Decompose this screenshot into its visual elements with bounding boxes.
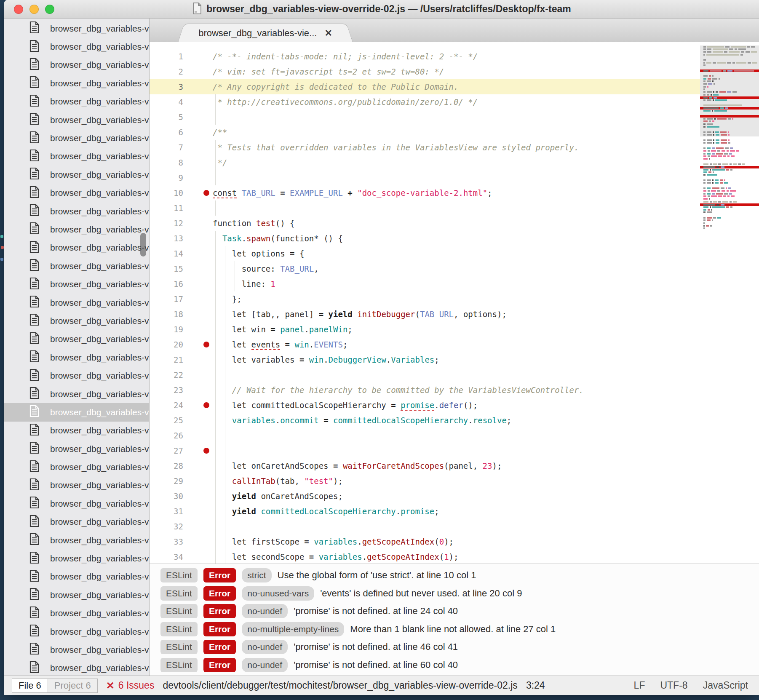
sidebar-file-item[interactable]: browser_dbg_variables-view- [4, 147, 149, 166]
code-line[interactable]: 12function test() { [150, 216, 700, 231]
code-line[interactable]: 10const TAB_URL = EXAMPLE_URL + "doc_sco… [150, 185, 700, 200]
sidebar-file-item[interactable]: browser_dbg_variables-view- [4, 623, 149, 641]
sidebar-file-item[interactable]: browser_dbg_variables-view- [4, 348, 149, 366]
sidebar-file-item[interactable]: browser_dbg_variables-view- [4, 220, 149, 238]
code-line[interactable]: 27 [150, 443, 700, 458]
sidebar-file-item[interactable]: browser_dbg_variables-view- [4, 476, 149, 494]
code-line[interactable]: 20 let events = win.EVENTS; [150, 337, 700, 352]
sidebar-file-item[interactable]: browser_dbg_variables-view- [4, 513, 149, 531]
sidebar-file-item[interactable]: browser_dbg_variables-view- [4, 604, 149, 623]
sidebar-file-item[interactable]: browser_dbg_variables-view- [4, 330, 149, 348]
sidebar-file-item[interactable]: browser_dbg_variables-view- [4, 19, 149, 37]
sidebar-file-item[interactable]: browser_dbg_variables-view- [4, 458, 149, 476]
code-editor[interactable]: 1/* -*- indent-tabs-mode: nil; js-indent… [150, 42, 759, 564]
code-line[interactable]: 6/** [150, 125, 700, 140]
project-issues-tab[interactable]: Project 6 [48, 679, 98, 693]
sidebar-file-item[interactable]: browser_dbg_variables-view- [4, 422, 149, 440]
lint-issue-row[interactable]: ESLintErrorstrictUse the global form of … [150, 566, 759, 585]
sidebar-scrollbar[interactable] [140, 233, 146, 256]
sidebar-file-item[interactable]: browser_dbg_variables-view- [4, 184, 149, 202]
sidebar-file-item[interactable]: browser_dbg_variables-view- [4, 494, 149, 513]
code-line[interactable]: 1/* -*- indent-tabs-mode: nil; js-indent… [150, 49, 700, 64]
minimize-window-button[interactable] [29, 5, 39, 14]
lint-issue-row[interactable]: ESLintErrorno-undef'promise' is not defi… [150, 656, 759, 674]
code-line[interactable]: 32 [150, 519, 700, 534]
zoom-window-button[interactable] [45, 5, 54, 14]
lint-issue-row[interactable]: ESLintErrorno-undef'promise' is not defi… [150, 638, 759, 656]
sidebar-file-item[interactable]: browser_dbg_variables-view- [4, 568, 149, 586]
code-line[interactable]: 17 }; [150, 291, 700, 307]
sidebar-file-item[interactable]: browser_dbg_variables-view- [4, 111, 149, 129]
code-pane[interactable]: 1/* -*- indent-tabs-mode: nil; js-indent… [150, 42, 700, 564]
minimap-row [700, 190, 759, 192]
code-line[interactable]: 34 let secondScope = variables.getScopeA… [150, 549, 700, 564]
lint-issue-row[interactable]: ESLintErrorno-unused-vars'events' is def… [150, 585, 759, 603]
sidebar-file-item[interactable]: browser_dbg_variables-view- [4, 403, 149, 421]
code-line[interactable]: 2/* vim: set ft=javascript ts=2 et sw=2 … [150, 64, 700, 79]
code-line[interactable]: 16 line: 1 [150, 276, 700, 291]
sidebar-file-item[interactable]: browser_dbg_variables-view- [4, 385, 149, 403]
code-line[interactable]: 26 [150, 428, 700, 443]
sidebar-file-item[interactable]: browser_dbg_variables-view- [4, 294, 149, 312]
tab-close-icon[interactable]: ✕ [324, 28, 332, 39]
code-line[interactable]: 24 let committedLocalScopeHierarchy = pr… [150, 398, 700, 413]
lint-issue-row[interactable]: ESLintErrorno-undef'promise' is not defi… [150, 602, 759, 620]
code-line[interactable]: 19 let win = panel.panelWin; [150, 322, 700, 337]
minimap-segment [709, 198, 710, 200]
sidebar-file-item[interactable]: browser_dbg_variables-view- [4, 659, 149, 676]
code-line[interactable]: 4 * http://creativecommons.org/publicdom… [150, 94, 700, 110]
sidebar-file-item[interactable]: browser_dbg_variables-view- [4, 641, 149, 659]
code-line[interactable]: 31 yield committedLocalScopeHierarchy.pr… [150, 504, 700, 519]
code-token: = [304, 552, 318, 561]
encoding-indicator[interactable]: UTF-8 [660, 680, 687, 691]
sidebar-file-item[interactable]: browser_dbg_variables-view- [4, 166, 149, 184]
file-issues-tab[interactable]: File 6 [12, 679, 48, 693]
code-line[interactable]: 18 let [tab,, panel] = yield initDebugge… [150, 307, 700, 322]
code-line[interactable]: 9 [150, 170, 700, 185]
lint-issue-row[interactable]: ESLintErrorno-multiple-empty-linesMore t… [150, 620, 759, 639]
code-line[interactable]: 5 [150, 110, 700, 125]
sidebar-file-item[interactable]: browser_dbg_variables-view- [4, 586, 149, 604]
file-name-label: browser_dbg_variables-view- [50, 334, 149, 344]
code-line[interactable]: 8 */ [150, 155, 700, 170]
code-line[interactable]: 22 [150, 367, 700, 382]
code-line[interactable]: 33 let firstScope = variables.getScopeAt… [150, 534, 700, 549]
minimap-segment [703, 174, 706, 176]
code-line[interactable]: 15 source: TAB_URL, [150, 261, 700, 276]
sidebar-file-item[interactable]: browser_dbg_variables-view- [4, 37, 149, 56]
code-line[interactable]: 28 let onCaretAndScopes = waitForCaretAn… [150, 458, 700, 473]
sidebar-file-item[interactable]: browser_dbg_variables-view- [4, 239, 149, 257]
sidebar-file-item[interactable]: browser_dbg_variables-view- [4, 257, 149, 275]
code-line[interactable]: 3/* Any copyright is dedicated to the Pu… [150, 79, 700, 94]
cursor-position-label[interactable]: 3:24 [526, 680, 545, 691]
sidebar-file-item[interactable]: browser_dbg_variables-view- [4, 312, 149, 330]
code-line[interactable]: 21 let variables = win.DebuggerView.Vari… [150, 352, 700, 367]
code-line[interactable]: 11 [150, 200, 700, 216]
issues-indicator[interactable]: ✕ 6 Issues [106, 680, 155, 692]
sidebar-file-item[interactable]: browser_dbg_variables-view- [4, 129, 149, 147]
minimap[interactable] [700, 42, 759, 564]
line-ending-indicator[interactable]: LF [634, 680, 645, 691]
code-line[interactable]: 30 yield onCaretAndScopes; [150, 489, 700, 504]
gutter: 34 [150, 549, 213, 564]
sidebar-file-item[interactable]: browser_dbg_variables-view- [4, 366, 149, 385]
sidebar-file-item[interactable]: browser_dbg_variables-view- [4, 56, 149, 74]
code-line[interactable]: 25 variables.oncommit = committedLocalSc… [150, 413, 700, 428]
sidebar-file-item[interactable]: browser_dbg_variables-view- [4, 93, 149, 111]
code-line[interactable]: 14 let options = { [150, 246, 700, 261]
code-line[interactable]: 7 * Tests that overridden variables in t… [150, 140, 700, 155]
sidebar-file-item[interactable]: browser_dbg_variables-view- [4, 202, 149, 220]
sidebar-file-item[interactable]: browser_dbg_variables-view- [4, 275, 149, 293]
code-line[interactable]: 23 // Wait for the hierarchy to be commi… [150, 382, 700, 398]
minimap-segment [712, 120, 714, 122]
code-line[interactable]: 29 callInTab(tab, "test"); [150, 473, 700, 489]
sidebar-file-item[interactable]: browser_dbg_variables-view- [4, 549, 149, 567]
language-indicator[interactable]: JavaScript [703, 680, 748, 691]
severity-badge: Error [203, 586, 236, 601]
sidebar-file-item[interactable]: browser_dbg_variables-view- [4, 531, 149, 549]
close-window-button[interactable] [14, 5, 23, 14]
sidebar-file-item[interactable]: browser_dbg_variables-view- [4, 440, 149, 458]
sidebar-file-item[interactable]: browser_dbg_variables-view- [4, 74, 149, 92]
code-line[interactable]: 13 Task.spawn(function* () { [150, 231, 700, 246]
tab-active[interactable]: browser_dbg_variables-vie... ✕ [179, 24, 352, 43]
